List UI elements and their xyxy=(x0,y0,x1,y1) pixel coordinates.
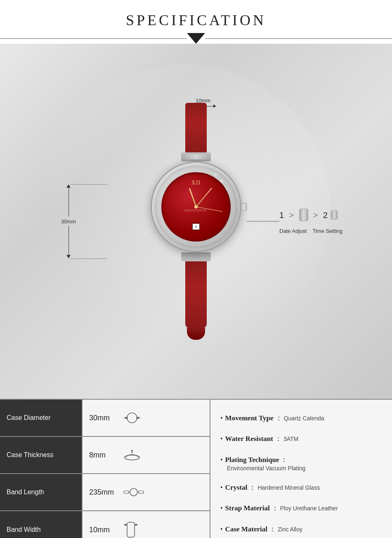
strap-connector-bottom xyxy=(181,252,211,261)
page-wrapper: Specification 10mm 30mm xyxy=(0,0,392,538)
crown-diagram: 1 > > 2 Date Adjust Time Setti xyxy=(279,209,342,234)
minute-hand xyxy=(196,187,212,207)
crown xyxy=(241,203,247,211)
spec-plating: • Plating Technique ： Environmental Vacu… xyxy=(220,455,382,472)
strap-material-value: Ploy Urethane Leather xyxy=(280,505,338,512)
svg-rect-8 xyxy=(124,491,129,493)
case-thickness-label: Case Thickness xyxy=(0,437,83,473)
dim-30mm-label: 30mm xyxy=(61,185,76,258)
band-width-value: 10mm xyxy=(89,526,118,534)
svg-marker-15 xyxy=(124,524,126,526)
bullet-1: • xyxy=(220,415,223,422)
svg-marker-6 xyxy=(131,450,133,454)
crystal-value: Hardened Mineral Glass xyxy=(257,484,320,491)
specs-bottom: Case Diameter 30mm xyxy=(0,399,392,538)
time-setting-label: Time Setting xyxy=(313,228,343,234)
svg-point-7 xyxy=(130,488,137,496)
bullet-5: • xyxy=(220,505,223,512)
title-divider xyxy=(0,33,392,44)
colon-1: ： xyxy=(275,413,282,423)
date-adjust-label: Date Adjust xyxy=(279,228,307,234)
dim-arrow-down-icon xyxy=(66,255,71,258)
crown-num-1: 1 xyxy=(279,210,284,220)
guide-line-bottom xyxy=(70,258,107,259)
colon-5: ： xyxy=(272,503,279,513)
roman-numeral-xii: XII xyxy=(191,180,201,186)
spec-row-band-length: Band Length 235mm xyxy=(0,474,210,511)
strap-material-label: Strap Material xyxy=(225,504,270,512)
dim-arrow-up-icon xyxy=(66,185,71,188)
water-resistant-value: 3ATM xyxy=(283,436,298,442)
case-thickness-value-cell: 8mm xyxy=(83,437,210,473)
date-window: 8 xyxy=(192,223,200,230)
brand-logo: NAVIFORCE xyxy=(185,209,207,212)
diamond-4 xyxy=(221,180,223,182)
plating-label-row: • Plating Technique ： xyxy=(220,455,382,465)
band-width-icon xyxy=(123,521,139,538)
plating-value-wrap: Environmental Vacuum Plating xyxy=(220,465,382,472)
gt-symbol-2: > xyxy=(313,210,318,220)
hand-center xyxy=(194,205,198,209)
guide-line-top xyxy=(70,184,107,185)
diamond-3 xyxy=(215,173,217,175)
colon-4: ： xyxy=(249,483,256,492)
crown-icon-shape-2 xyxy=(331,211,338,220)
diameter-icon xyxy=(123,411,141,424)
case-diameter-value: 30mm xyxy=(89,414,118,422)
crown-icon-2-group: 2 xyxy=(323,210,328,220)
divider-line-right xyxy=(205,38,392,39)
hour-hand xyxy=(189,188,196,207)
dim-line-v1 xyxy=(68,188,69,217)
dim-diameter-text: 30mm xyxy=(61,218,76,225)
case-diameter-value-cell: 30mm xyxy=(83,400,210,436)
spec-movement-type: • Movement Type ： Quartz Calenda xyxy=(220,413,382,423)
spec-row-case-thickness: Case Thickness 8mm xyxy=(0,437,210,474)
plating-value: Environmental Vacuum Plating xyxy=(227,465,305,472)
crown-row: 1 > > 2 xyxy=(279,209,342,221)
svg-marker-4 xyxy=(137,417,140,419)
case-material-label: Case Material xyxy=(225,525,267,533)
spec-title: Specification xyxy=(0,12,392,29)
svg-marker-16 xyxy=(135,524,138,526)
strap-bottom xyxy=(185,261,207,327)
crystal-label: Crystal xyxy=(225,483,248,492)
date-value: 8 xyxy=(195,225,197,229)
spec-case-material: • Case Material ： Zinc Alloy xyxy=(220,524,382,534)
crown-labels: Date Adjust Time Setting xyxy=(279,228,342,234)
movement-type-label: Movement Type xyxy=(225,414,274,422)
watch-diagram: 10mm 30mm xyxy=(0,44,392,399)
crown-icon-1-group: 1 xyxy=(279,210,284,220)
svg-rect-12 xyxy=(127,522,135,537)
crown-shape-1 xyxy=(299,209,308,221)
dim-line-v2 xyxy=(68,226,69,255)
water-resistant-label: Water Resistant xyxy=(225,435,273,443)
spec-water-resistant: • Water Resistant ： 3ATM xyxy=(220,434,382,443)
colon-6: ： xyxy=(269,524,276,534)
watch-bezel: XII NAVIFORCE 8 xyxy=(155,166,237,248)
watch-assembly: XII NAVIFORCE 8 xyxy=(151,103,241,340)
spec-strap-material: • Strap Material ： Ploy Urethane Leather xyxy=(220,503,382,513)
lug-top xyxy=(184,154,208,159)
band-length-value-cell: 235mm xyxy=(83,474,210,510)
specs-left-table: Case Diameter 30mm xyxy=(0,400,210,538)
case-material-value: Zinc Alloy xyxy=(278,526,302,533)
bullet-4: • xyxy=(220,484,223,491)
colon-3: ： xyxy=(281,455,288,465)
band-length-value: 235mm xyxy=(89,488,118,497)
spec-row-band-width: Band Width 10mm xyxy=(0,511,210,538)
watch-dial: XII NAVIFORCE 8 xyxy=(161,172,231,242)
strap-top xyxy=(185,103,207,152)
bullet-2: • xyxy=(220,435,223,443)
bullet-3: • xyxy=(220,456,223,464)
strap-bottom-end xyxy=(187,327,205,340)
spec-header: Specification xyxy=(0,0,392,33)
bullet-6: • xyxy=(220,526,223,533)
specs-right-details: • Movement Type ： Quartz Calenda • Water… xyxy=(210,400,392,538)
svg-rect-9 xyxy=(139,491,144,493)
arrow-down-icon xyxy=(187,33,205,44)
crown-icon-shape-1 xyxy=(299,209,308,221)
band-width-label: Band Width xyxy=(0,511,83,538)
gt-symbol-1: > xyxy=(289,210,294,220)
strap-connector-top xyxy=(181,152,211,161)
case-diameter-label: Case Diameter xyxy=(0,400,83,436)
